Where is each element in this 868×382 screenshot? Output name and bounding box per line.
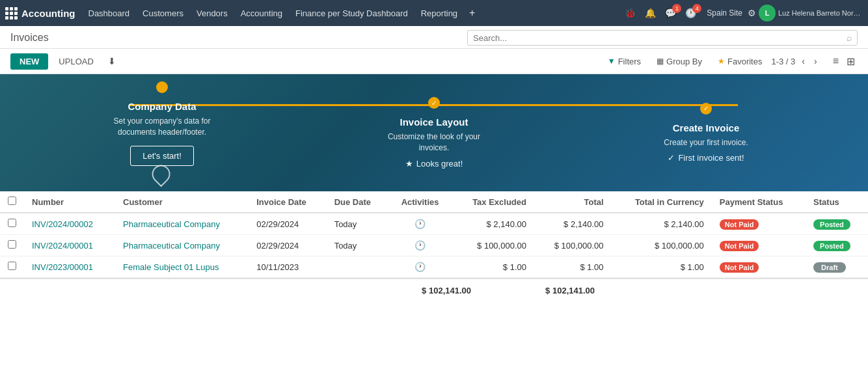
row-checkbox[interactable]: [8, 240, 16, 249]
totals-row: $ 102,141.00 $ 102,141.00: [0, 278, 868, 302]
filters-label: Filters: [618, 57, 641, 66]
nav-dashboard[interactable]: Dashboard: [83, 6, 135, 21]
nav-add-button[interactable]: +: [465, 5, 479, 21]
clock-activity-icon[interactable]: 🕐 4: [683, 7, 699, 20]
status-cell: Draft: [806, 256, 868, 278]
filter-icon: ▼: [608, 57, 616, 66]
step2-check-label: Looks great!: [416, 159, 463, 169]
activities-cell[interactable]: 🕐: [388, 235, 452, 256]
step2-title: Invoice Layout: [400, 116, 468, 128]
status-badge: Posted: [813, 219, 850, 230]
activity-clock-icon: 🕐: [414, 262, 426, 272]
col-due-date: Due Date: [327, 191, 388, 213]
prev-page-button[interactable]: ‹: [799, 55, 807, 68]
tax-excluded-amount: $ 2,140.00: [452, 213, 534, 235]
step3-check: ✓ First invoice sent!: [668, 153, 744, 163]
step3-dot: ✓: [700, 103, 712, 115]
chat-icon[interactable]: 💬 1: [662, 7, 679, 20]
payment-status-cell: Not Paid: [712, 235, 806, 256]
favorites-label: Favorites: [727, 57, 762, 66]
filters-button[interactable]: ▼ Filters: [604, 54, 645, 69]
chat-badge: 1: [672, 4, 681, 13]
site-name: Spain Site: [707, 8, 742, 18]
row-checkbox[interactable]: [8, 262, 16, 270]
checkmark-icon: ✓: [668, 153, 675, 163]
table-row: INV/2024/00001 Pharmaceutical Company 02…: [0, 235, 868, 256]
bell-icon[interactable]: 🔔: [642, 7, 658, 20]
step3-check-label: First invoice sent!: [678, 153, 744, 163]
nav-reporting[interactable]: Reporting: [416, 6, 463, 21]
filter-group: ▼ Filters ▦ Group By ★ Favorites: [604, 54, 766, 69]
search-input[interactable]: [473, 33, 847, 43]
kanban-view-button[interactable]: ⊞: [844, 54, 858, 69]
user-initials: L: [765, 9, 770, 17]
status-badge: Posted: [813, 241, 850, 251]
invoice-number[interactable]: INV/2024/00001: [24, 235, 115, 256]
invoice-number[interactable]: INV/2024/00002: [24, 213, 115, 235]
row-checkbox-cell[interactable]: [0, 256, 24, 278]
step1-dot: [156, 81, 168, 93]
groupby-button[interactable]: ▦ Group By: [653, 54, 706, 69]
page-header: Invoices ⌕: [0, 26, 868, 49]
total-currency-amount: $ 100,000.00: [612, 235, 712, 256]
brand-area[interactable]: Accounting: [5, 7, 75, 20]
invoice-number[interactable]: INV/2023/00001: [24, 256, 115, 278]
activities-cell[interactable]: 🕐: [388, 213, 452, 235]
nav-vendors[interactable]: Vendors: [191, 6, 233, 21]
clock-badge: 4: [692, 4, 701, 13]
customer-name[interactable]: Female Subject 01 Lupus: [115, 256, 249, 278]
select-all-header[interactable]: [0, 191, 24, 213]
settings-icon[interactable]: ⚙: [748, 8, 756, 18]
col-total-currency: Total in Currency: [612, 191, 712, 213]
payment-status-cell: Not Paid: [712, 213, 806, 235]
bug-icon[interactable]: 🐞: [622, 7, 638, 20]
activity-clock-icon: 🕐: [414, 219, 426, 229]
activities-cell[interactable]: 🕐: [388, 256, 452, 278]
col-payment-status: Payment Status: [712, 191, 806, 213]
lets-start-button[interactable]: Let's start!: [130, 146, 194, 166]
payment-status-badge: Not Paid: [720, 262, 759, 273]
row-checkbox-cell[interactable]: [0, 235, 24, 256]
star-icon: ★: [718, 57, 725, 66]
list-view-button[interactable]: ≡: [830, 54, 841, 69]
nav-finance[interactable]: Finance per Study Dashboard: [290, 6, 413, 21]
new-button[interactable]: NEW: [10, 53, 48, 70]
row-checkbox-cell[interactable]: [0, 213, 24, 235]
banner-step-1: Company Data Set your company's data for…: [26, 81, 298, 184]
step2-desc: Customize the look of your invoices.: [375, 131, 493, 154]
search-bar[interactable]: ⌕: [467, 30, 858, 46]
col-invoice-date: Invoice Date: [249, 191, 326, 213]
search-icon: ⌕: [847, 33, 852, 43]
nav-customers[interactable]: Customers: [137, 6, 189, 21]
col-number: Number: [24, 191, 115, 213]
pagination: 1-3 / 3 ‹ ›: [771, 55, 819, 68]
invoices-table-wrapper: Number Customer Invoice Date Due Date Ac…: [0, 191, 868, 302]
customer-name[interactable]: Pharmaceutical Company: [115, 213, 249, 235]
customer-name[interactable]: Pharmaceutical Company: [115, 235, 249, 256]
upload-button[interactable]: UPLOAD: [53, 53, 98, 70]
groupby-label: Group By: [666, 57, 702, 66]
groupby-icon: ▦: [657, 57, 664, 66]
download-button[interactable]: ⬇: [104, 53, 120, 70]
col-activities: Activities: [388, 191, 452, 213]
favorites-button[interactable]: ★ Favorites: [714, 54, 766, 69]
payment-status-badge: Not Paid: [720, 219, 759, 230]
row-checkbox[interactable]: [8, 219, 16, 227]
step2-dot: ✓: [428, 97, 440, 109]
top-navigation: Accounting Dashboard Customers Vendors A…: [0, 0, 868, 26]
total-currency-amount: $ 1.00: [612, 256, 712, 278]
status-cell: Posted: [806, 235, 868, 256]
select-all-checkbox[interactable]: [8, 197, 16, 205]
user-avatar[interactable]: L: [759, 5, 776, 21]
page-title: Invoices: [10, 32, 49, 44]
due-date: Today: [327, 213, 388, 235]
payment-status-badge: Not Paid: [720, 241, 759, 251]
step1-title: Company Data: [128, 101, 196, 112]
nav-accounting[interactable]: Accounting: [236, 6, 288, 21]
payment-status-cell: Not Paid: [712, 256, 806, 278]
banner-step-2: ✓ Invoice Layout Customize the look of y…: [298, 97, 570, 169]
total-amount: $ 100,000.00: [534, 235, 612, 256]
table-row: INV/2024/00002 Pharmaceutical Company 02…: [0, 213, 868, 235]
next-page-button[interactable]: ›: [811, 55, 820, 68]
col-total: Total: [534, 191, 612, 213]
